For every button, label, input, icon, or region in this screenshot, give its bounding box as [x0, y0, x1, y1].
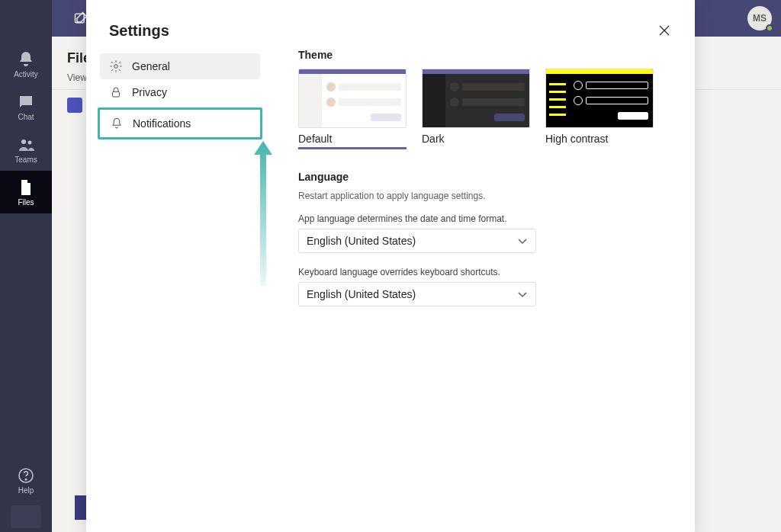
language-restart-note: Restart application to apply language se… [298, 191, 672, 201]
svg-point-5 [114, 65, 118, 69]
theme-preview-default [298, 69, 407, 128]
chevron-down-icon [517, 236, 528, 246]
settings-title: Settings [109, 22, 169, 40]
modal-overlay: Settings General Privacy Notificatio [0, 0, 781, 532]
close-button[interactable] [655, 21, 673, 40]
keyboard-language-note: Keyboard language overrides keyboard sho… [298, 267, 672, 277]
nav-general[interactable]: General [100, 53, 260, 79]
settings-content: Theme Default [298, 49, 695, 320]
dropdown-value: English (United States) [307, 288, 416, 300]
lock-icon [109, 85, 123, 99]
settings-nav: General Privacy Notifications [100, 49, 260, 320]
language-heading: Language [298, 171, 672, 183]
theme-label: Default [298, 133, 407, 145]
nav-label: Privacy [132, 86, 167, 98]
theme-preview-high-contrast [545, 69, 654, 128]
keyboard-language-dropdown[interactable]: English (United States) [298, 282, 536, 306]
dropdown-value: English (United States) [307, 235, 416, 247]
settings-modal: Settings General Privacy Notificatio [86, 0, 695, 532]
close-icon [659, 25, 670, 36]
nav-notifications[interactable]: Notifications [101, 111, 259, 136]
theme-preview-dark [422, 69, 530, 128]
theme-default[interactable]: Default [298, 69, 407, 149]
chevron-down-icon [517, 289, 528, 300]
theme-heading: Theme [298, 49, 672, 61]
nav-label: General [132, 60, 170, 72]
theme-label: High contrast [545, 133, 654, 145]
theme-high-contrast[interactable]: High contrast [545, 69, 654, 149]
svg-rect-6 [113, 91, 120, 97]
theme-label: Dark [422, 133, 530, 145]
gear-icon [109, 59, 123, 73]
annotation-highlight: Notifications [98, 107, 262, 139]
nav-privacy[interactable]: Privacy [100, 79, 260, 105]
theme-dark[interactable]: Dark [422, 69, 530, 149]
nav-label: Notifications [133, 117, 191, 130]
app-language-dropdown[interactable]: English (United States) [298, 229, 536, 253]
bell-icon [110, 117, 124, 130]
app-language-note: App language determines the date and tim… [298, 213, 672, 224]
